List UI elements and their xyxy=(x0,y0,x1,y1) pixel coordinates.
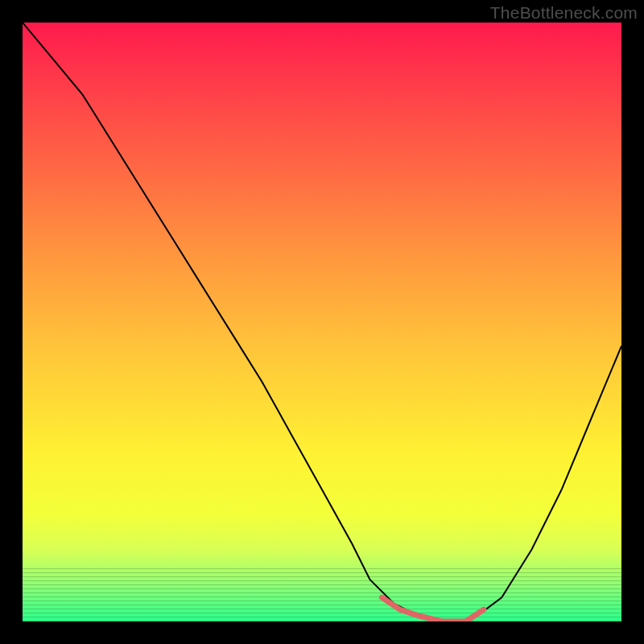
watermark-text: TheBottleneck.com xyxy=(490,3,638,23)
chart-svg xyxy=(23,23,621,621)
chart-frame xyxy=(23,23,621,621)
highlight-segment xyxy=(382,597,484,621)
bottleneck-curve xyxy=(23,23,621,621)
